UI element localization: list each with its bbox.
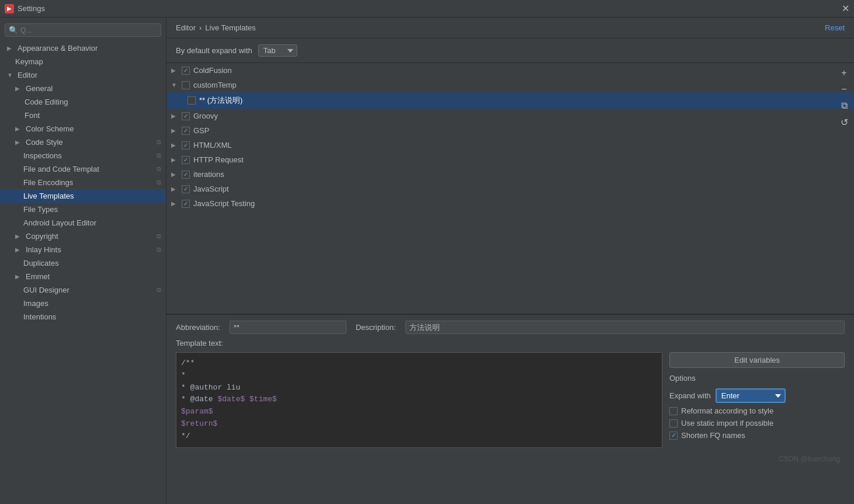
arrow-icon: ▶ [171,157,179,163]
sidebar-item-label: File and Code Templat [23,165,99,173]
group-checkbox[interactable]: ✓ [182,67,190,75]
arrow-icon: ▶ [15,273,23,280]
template-group-http-request[interactable]: ▶ ✓ HTTP Request [166,152,854,167]
sidebar-item-inlay-hints[interactable]: ▶ Inlay Hints ⧉ [0,243,166,256]
arrow-icon: ▶ [171,200,179,207]
expand-select[interactable]: Tab Enter Space [258,44,297,57]
group-label: JavaScript Testing [193,199,255,208]
group-checkbox[interactable] [182,81,190,89]
code-line: */ [181,430,657,443]
static-import-checkbox-row: Use static import if possible [669,419,845,427]
sidebar-item-android-layout[interactable]: Android Layout Editor [0,216,166,230]
sidebar-item-duplicates[interactable]: Duplicates [0,256,166,270]
arrow-icon: ▶ [15,139,23,145]
add-button[interactable]: + [836,65,852,81]
sidebar-item-label: Images [23,299,48,308]
group-checkbox[interactable]: ✓ [182,185,190,193]
sidebar-item-file-encodings[interactable]: File Encodings ⧉ [0,176,166,189]
sidebar-item-file-code[interactable]: File and Code Templat ⧉ [0,162,166,176]
sidebar-item-label: Keymap [15,57,43,66]
reset-button[interactable]: Reset [825,23,845,32]
item-checkbox[interactable] [188,96,196,105]
template-group-javascript[interactable]: ▶ ✓ JavaScript [166,182,854,196]
code-line: * @date $date$ $time$ [181,394,657,406]
abbreviation-label: Abbreviation: [176,323,220,332]
expand-with-select[interactable]: Enter Tab Space Default (Tab) [716,388,786,403]
sidebar-item-copyright[interactable]: ▶ Copyright ⧉ [0,230,166,243]
template-item-method-doc[interactable]: ** (方法说明) [166,92,854,109]
static-import-checkbox[interactable] [669,419,678,427]
expand-label: By default expand with [176,46,252,55]
sidebar-item-live-templates[interactable]: Live Templates [0,189,166,203]
code-line: * @author liu [181,382,657,394]
copy-icon: ⧉ [157,179,161,186]
template-group-coldfusion[interactable]: ▶ ✓ ColdFusion [166,63,854,78]
shorten-fq-checkbox-row: ✓ Shorten FQ names [669,431,845,440]
template-group-customtemp[interactable]: ▼ customTemp [166,78,854,92]
copy-button[interactable]: ⧉ [836,98,852,113]
sidebar-item-label: Inlay Hints [26,245,61,254]
expand-with-label: Expand with [669,391,711,400]
sidebar-item-gui-designer[interactable]: GUI Designer ⧉ [0,283,166,297]
fields-row: Abbreviation: Description: [176,321,845,334]
copy-icon: ⧉ [157,165,161,173]
sidebar-item-code-style[interactable]: ▶ Code Style ⧉ [0,135,166,149]
template-group-iterations[interactable]: ▶ ✓ iterations [166,167,854,182]
template-editor[interactable]: /** * * @author liu * @date $date$ $time… [176,352,662,448]
sidebar-item-general[interactable]: ▶ General [0,82,166,95]
sidebar-item-code-editing[interactable]: Code Editing [0,95,166,109]
sidebar-item-editor[interactable]: ▼ Editor [0,68,166,82]
search-input[interactable] [20,26,157,34]
group-label: HTML/XML [193,141,232,150]
breadcrumb: Editor › Live Templates [176,23,256,32]
group-label: HTTP Request [193,155,244,164]
remove-button[interactable]: − [836,82,852,97]
shorten-fq-checkbox[interactable]: ✓ [669,432,678,440]
template-group-html-xml[interactable]: ▶ ✓ HTML/XML [166,138,854,152]
group-label: JavaScript [193,185,229,193]
sidebar-item-label: Code Style [26,138,63,147]
sidebar-item-appearance[interactable]: ▶ Appearance & Behavior [0,41,166,55]
edit-variables-button[interactable]: Edit variables [669,352,845,368]
sidebar-item-color-scheme[interactable]: ▶ Color Scheme [0,122,166,135]
group-checkbox[interactable]: ✓ [182,141,190,150]
abbreviation-input[interactable] [230,321,346,334]
undo-button[interactable]: ↺ [836,114,852,130]
template-group-groovy[interactable]: ▶ ✓ Groovy [166,109,854,123]
close-button[interactable]: ✕ [842,4,849,13]
main-panel: Editor › Live Templates Reset By default… [166,18,854,504]
copy-icon: ⧉ [157,138,161,146]
sidebar-item-file-types[interactable]: File Types [0,203,166,216]
template-group-js-testing[interactable]: ▶ ✓ JavaScript Testing [166,196,854,211]
sidebar-item-label: Inspections [23,151,62,160]
group-checkbox[interactable]: ✓ [182,156,190,164]
group-checkbox[interactable]: ✓ [182,200,190,208]
reformat-checkbox[interactable] [669,407,678,415]
template-code: /** * * @author liu * @date $date$ $time… [181,357,657,443]
copy-icon: ⧉ [157,232,161,240]
sidebar-item-intentions[interactable]: Intentions [0,310,166,324]
sidebar-item-inspections[interactable]: Inspections ⧉ [0,149,166,162]
sidebar-item-emmet[interactable]: ▶ Emmet [0,270,166,283]
sidebar-item-images[interactable]: Images [0,297,166,310]
arrow-icon: ▶ [171,186,179,192]
sidebar-item-label: Intentions [23,312,56,321]
breadcrumb-separator: › [199,23,202,32]
sidebar-item-keymap[interactable]: Keymap [0,55,166,68]
sidebar-item-label: Emmet [26,272,50,281]
group-checkbox[interactable]: ✓ [182,127,190,135]
expand-with-row: Expand with Enter Tab Space Default (Tab… [669,388,845,403]
description-input[interactable] [405,321,845,334]
sidebar-item-label: Live Templates [23,192,74,200]
arrow-icon: ▶ [171,171,179,178]
group-checkbox[interactable]: ✓ [182,112,190,120]
arrow-icon: ▶ [15,233,23,239]
main-content: 🔍 ▶ Appearance & Behavior Keymap ▼ Edito… [0,18,854,504]
arrow-icon: ▶ [171,67,179,74]
template-group-gsp[interactable]: ▶ ✓ GSP [166,123,854,138]
search-box[interactable]: 🔍 [5,23,161,37]
sidebar-item-font[interactable]: Font [0,109,166,122]
sidebar-item-label: General [26,84,53,93]
code-line: * [181,370,657,382]
group-checkbox[interactable]: ✓ [182,171,190,179]
